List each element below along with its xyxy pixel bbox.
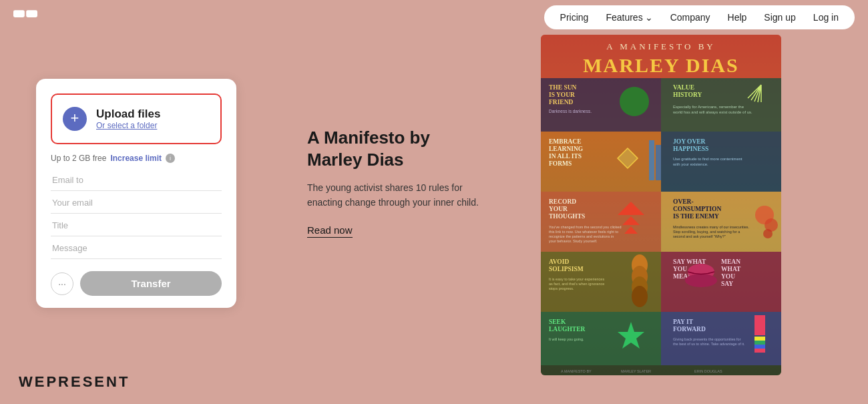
svg-rect-81 <box>754 337 765 341</box>
read-now-link[interactable]: Read now <box>307 224 353 238</box>
svg-text:as fact, and that's when ignor: as fact, and that's when ignorance <box>549 282 604 286</box>
svg-text:THE SUN: THE SUN <box>549 84 577 91</box>
svg-text:AVOID: AVOID <box>549 258 569 265</box>
svg-text:FRIEND: FRIEND <box>549 99 574 106</box>
poster: A MANIFESTO BY MARLEY DIAS THE SUN IS YO… <box>541 35 781 375</box>
wepresent-brand: WEPRESENT <box>19 373 130 391</box>
svg-text:Mindlessness creates many of o: Mindlessness creates many of our insecur… <box>673 225 749 229</box>
svg-text:LEARNING: LEARNING <box>549 146 584 152</box>
svg-text:Stop scrolling, buying, and wa: Stop scrolling, buying, and watching for… <box>673 230 740 234</box>
transfer-button[interactable]: Transfer <box>80 271 222 296</box>
svg-text:stops progress.: stops progress. <box>549 286 574 290</box>
nav-features[interactable]: Features ⌄ <box>599 9 659 25</box>
select-folder-link[interactable]: Or select a folder <box>96 121 160 130</box>
svg-text:JOY OVER: JOY OVER <box>673 138 706 145</box>
nav-pricing[interactable]: Pricing <box>554 9 596 25</box>
svg-rect-82 <box>754 341 765 345</box>
svg-text:HAPPINESS: HAPPINESS <box>673 146 708 152</box>
svg-text:It will keep you going.: It will keep you going. <box>549 337 584 341</box>
svg-text:MARLEY SLATER: MARLEY SLATER <box>621 369 651 373</box>
svg-point-69 <box>685 274 717 287</box>
storage-free-label: Up to 2 GB free <box>51 154 106 163</box>
svg-text:IS YOUR: IS YOUR <box>549 91 575 98</box>
svg-text:SEEK: SEEK <box>549 319 566 325</box>
svg-text:LAUGHTER: LAUGHTER <box>549 326 586 333</box>
svg-text:MARLEY DIAS: MARLEY DIAS <box>583 54 738 76</box>
upload-title: Upload files <box>96 108 160 121</box>
svg-text:HISTORY: HISTORY <box>673 91 702 98</box>
nav-help[interactable]: Help <box>721 9 754 25</box>
svg-text:RECORD: RECORD <box>549 198 576 205</box>
info-icon: i <box>166 154 175 163</box>
svg-text:Especially for Americans, reme: Especially for Americans, remember the <box>673 105 744 109</box>
svg-text:IS THE ENEMY: IS THE ENEMY <box>673 213 719 220</box>
article-section: A Manifesto by Marley Dias The young act… <box>307 127 481 236</box>
svg-text:this link to now. Use whatever: this link to now. Use whatever feels rig… <box>549 230 618 234</box>
svg-text:the best of us to shine. Take : the best of us to shine. Take advantage … <box>673 342 745 346</box>
svg-text:PAY IT: PAY IT <box>673 319 694 325</box>
nav-signup[interactable]: Sign up <box>757 9 802 25</box>
svg-point-12 <box>620 87 649 116</box>
svg-text:SAY: SAY <box>721 280 733 287</box>
upload-text: Upload files Or select a folder <box>96 108 160 130</box>
svg-rect-80 <box>754 315 765 335</box>
svg-text:YOU: YOU <box>673 266 687 272</box>
chevron-down-icon: ⌄ <box>645 12 653 23</box>
more-icon: ··· <box>58 278 66 289</box>
nav-login[interactable]: Log in <box>807 9 845 25</box>
svg-text:FORMS: FORMS <box>549 160 572 167</box>
increase-limit-link[interactable]: Increase limit <box>110 154 162 163</box>
svg-text:YOUR: YOUR <box>549 206 568 212</box>
svg-text:A MANIFESTO BY: A MANIFESTO BY <box>561 369 592 373</box>
svg-text:SOLIPSISM: SOLIPSISM <box>549 266 584 272</box>
upload-zone[interactable]: + Upload files Or select a folder <box>51 93 222 144</box>
upload-card: + Upload files Or select a folder Up to … <box>36 79 236 308</box>
svg-text:Giving back presents the oppor: Giving back presents the opportunities f… <box>673 337 741 341</box>
svg-text:world has and will always exis: world has and will always exist outside … <box>672 110 752 114</box>
svg-text:EMBRACE: EMBRACE <box>549 138 582 145</box>
svg-text:recognize the patterns and evo: recognize the patterns and evolutions in <box>549 234 614 238</box>
card-footer: ··· Transfer <box>51 271 222 296</box>
svg-rect-83 <box>754 345 765 349</box>
svg-rect-28 <box>656 145 661 180</box>
svg-text:IN ALL ITS: IN ALL ITS <box>549 153 582 160</box>
article-title: A Manifesto by Marley Dias <box>307 127 481 170</box>
svg-text:It is easy to take your experi: It is easy to take your experiences <box>549 277 604 281</box>
storage-info: Up to 2 GB free Increase limit i <box>51 154 222 163</box>
svg-text:your behavior. Study yourself.: your behavior. Study yourself. <box>549 239 598 243</box>
svg-text:VALUE: VALUE <box>673 84 694 91</box>
upload-plus-button[interactable]: + <box>63 107 87 131</box>
navbar: Pricing Features ⌄ Company Help Sign up … <box>0 0 868 35</box>
svg-text:A   MANIFESTO   BY: A MANIFESTO BY <box>606 41 715 51</box>
svg-text:OVER-: OVER- <box>673 198 694 205</box>
svg-text:THOUGHTS: THOUGHTS <box>549 213 585 220</box>
email-to-field[interactable] <box>51 170 222 191</box>
svg-text:second and ask yourself "Why?": second and ask yourself "Why?" <box>673 234 726 238</box>
svg-text:WHAT: WHAT <box>721 266 741 272</box>
svg-text:MEAN: MEAN <box>721 258 740 265</box>
your-email-field[interactable] <box>51 192 222 214</box>
logo <box>13 8 37 27</box>
svg-text:CONSUMPTION: CONSUMPTION <box>673 206 721 212</box>
svg-text:ERIN DOUGLAS: ERIN DOUGLAS <box>694 369 722 373</box>
svg-rect-0 <box>13 10 25 17</box>
svg-text:Darkness is darkness.: Darkness is darkness. <box>549 109 592 114</box>
nav-links-group: Pricing Features ⌄ Company Help Sign up … <box>544 5 855 29</box>
more-options-button[interactable]: ··· <box>51 272 73 295</box>
svg-point-49 <box>763 229 773 238</box>
title-field[interactable] <box>51 215 222 236</box>
svg-text:You've changed from the second: You've changed from the second you click… <box>549 225 621 229</box>
plus-icon: + <box>71 111 79 126</box>
svg-rect-27 <box>649 140 654 180</box>
nav-company[interactable]: Company <box>664 9 717 25</box>
svg-rect-1 <box>26 10 37 17</box>
svg-text:with your existence.: with your existence. <box>672 162 708 166</box>
svg-text:YOU: YOU <box>721 273 735 280</box>
svg-text:FORWARD: FORWARD <box>673 326 706 333</box>
article-body: The young activist shares 10 rules for e… <box>307 181 481 210</box>
svg-text:Use gratitude to find more con: Use gratitude to find more contentment <box>673 157 742 161</box>
message-field[interactable] <box>51 238 222 259</box>
svg-rect-84 <box>754 349 765 353</box>
svg-point-60 <box>632 286 648 307</box>
